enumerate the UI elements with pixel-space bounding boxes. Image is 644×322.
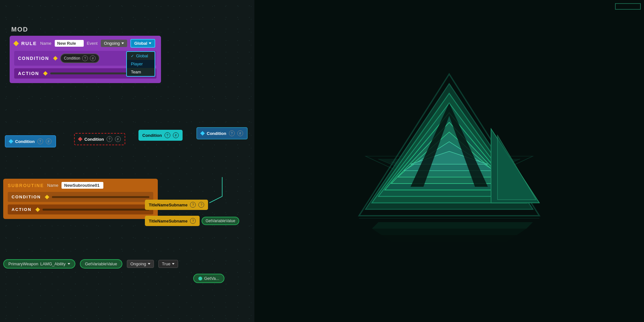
title-block-2-q: ? [190,218,196,224]
logo-svg [353,56,546,266]
cb3-q-icon: ? [165,132,170,138]
sub-action-line [43,209,149,211]
cb1-hash-icon: # [46,138,52,144]
condition-block-2[interactable]: Condition ? # [74,133,125,145]
scope-value: Global [134,41,147,46]
primary-weapon-label: PrimaryWeapon [8,261,38,266]
cb2-diamond [78,137,82,141]
title-block-2-text: TitleNameSubname [149,219,187,223]
condition-diamond [53,56,57,61]
cb3-text: Condition [142,133,162,138]
cb4-q-icon: ? [229,130,235,136]
sub-action-row: ACTION [8,204,153,214]
cb2-text: Condition [84,137,104,142]
cb2-q-icon: ? [107,136,112,142]
sub-action-label: ACTION [12,207,32,212]
true-dropdown[interactable]: True [158,260,178,268]
condition-block-3[interactable]: Condition ? # [138,130,183,141]
ongoing-dropdown[interactable]: Ongoing [127,260,154,268]
condition-block-1[interactable]: Condition ? # [5,135,56,147]
rule-block: RULE Name Event Ongoing Global [10,36,161,83]
scope-dropdown-menu: ✓ Global Player Team [126,51,155,77]
subroutine-header: SUBROUTINE Name [8,182,153,189]
condition-pill-text: Condition [64,56,80,61]
svg-marker-18 [382,235,517,242]
sub-action-diamond [35,207,40,212]
title-block-2[interactable]: TitleNameSubname ? [145,216,200,226]
true-arrow [172,263,175,265]
scope-option-player[interactable]: Player [127,60,155,68]
subroutine-label: SUBROUTINE [8,183,44,188]
get-variable-block[interactable]: GetVariableValue [202,217,239,225]
getva-text: GetVa... [204,276,219,281]
check-icon: ✓ [131,54,134,58]
hash-icon: # [90,55,96,61]
getva-circle [198,277,202,280]
subroutine-container: SUBROUTINE Name CONDITION ACTION [3,179,158,219]
cb2-hash-icon: # [115,136,121,142]
lamg-ability-label: LAMG_Ability [40,261,66,266]
cb4-diamond [200,131,205,136]
sub-name-label: Name [47,183,59,188]
cb1-text: Condition [15,139,35,144]
getva-partial[interactable]: GetVa... [193,274,224,283]
rule-header: RULE Name Event Ongoing Global [14,39,156,48]
scope-option-global-label: Global [136,53,148,58]
scope-option-team[interactable]: Team [127,68,155,76]
event-value: Ongoing [104,41,120,46]
get-variable-pill[interactable]: GetVariableValue [80,259,122,269]
cb1-diamond [9,139,13,144]
true-label: True [162,261,170,266]
scope-option-player-label: Player [131,62,143,66]
sub-condition-diamond [45,194,49,199]
cb4-text: Condition [207,131,226,136]
left-panel: MOD RULE Name Event Ongoing Global [0,0,254,322]
scope-dropdown[interactable]: Global [130,39,155,48]
subroutine-block: SUBROUTINE Name CONDITION ACTION [3,179,158,219]
title-block-1-text: TitleNameSubname [149,203,187,207]
rule-diamond [14,41,19,46]
scope-option-global[interactable]: ✓ Global [127,52,155,60]
question-icon: ? [82,55,88,61]
event-dropdown-arrow [121,43,124,44]
right-panel [254,0,644,322]
title-block-2-row: TitleNameSubname ? GetVariableValue [145,216,239,226]
svg-marker-16 [372,222,533,229]
action-diamond [43,71,48,76]
title-block-1[interactable]: TitleNameSubname ? ? [145,200,208,210]
ongoing-arrow [148,263,150,265]
condition-label: CONDITION [18,56,49,61]
mod-title: MOD [11,26,161,33]
get-variable-block-text: GetVariableValue [205,219,235,223]
scope-option-team-label: Team [131,70,141,74]
subroutine-name-input[interactable] [62,182,103,189]
primary-weapon-pill[interactable]: PrimaryWeapon LAMG_Ability [3,259,75,269]
condition-pill[interactable]: Condition ? # [60,53,100,63]
mod-container: MOD RULE Name Event Ongoing Global [10,26,161,83]
top-right-rect [615,3,641,10]
cb1-q-icon: ? [37,138,43,144]
title-block-1-q: ? [190,202,196,208]
rule-name-input[interactable] [55,40,84,47]
lamg-arrow [68,263,70,265]
ongoing-label: Ongoing [130,261,146,266]
cb4-hash-icon: # [237,130,243,136]
vars-row: PrimaryWeapon LAMG_Ability GetVariableVa… [3,259,178,269]
rule-label: RULE [21,41,37,46]
cb3-hash-icon: # [173,132,179,138]
scope-dropdown-arrow [149,43,151,44]
sub-condition-label: CONDITION [12,194,41,199]
sub-condition-row: CONDITION [8,192,153,202]
name-label: Name [40,41,52,46]
sub-condition-line [52,196,149,198]
event-dropdown[interactable]: Ongoing [101,40,127,47]
svg-marker-14 [497,135,536,200]
event-label: Event [87,41,98,46]
scope-dropdown-wrapper: Global ✓ Global Player Team [130,39,155,48]
action-label: ACTION [18,71,39,76]
get-variable-label: GetVariableValue [85,261,117,266]
title-block-1-circle: ? [198,202,204,208]
condition-block-4[interactable]: Condition ? # [196,127,248,139]
svg-marker-17 [372,229,526,235]
